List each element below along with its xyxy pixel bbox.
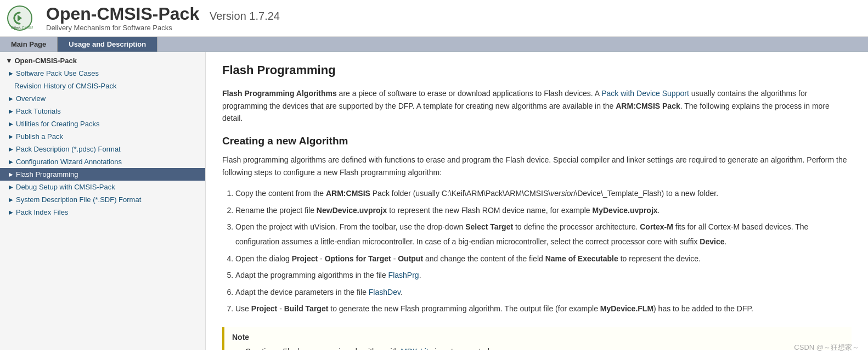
mdk-lite-link[interactable]: MDK-Lite (401, 347, 432, 350)
sidebar-item-pack-index-files[interactable]: ▶ Pack Index Files (0, 206, 205, 219)
arrow-icon: ▶ (9, 70, 13, 76)
sidebar-item-configuration-wizard[interactable]: ▶ Configuration Wizard Annotations (0, 155, 205, 168)
tab-main-page[interactable]: Main Page (0, 37, 58, 52)
sidebar-item-pack-description[interactable]: ▶ Pack Description (*.pdsc) Format (0, 143, 205, 155)
flashdev-link[interactable]: FlashDev (369, 288, 401, 297)
header-title-block: Open-CMSIS-Pack Version 1.7.24 Delivery … (46, 4, 280, 32)
arrow-icon: ▶ (9, 96, 13, 102)
watermark: CSDN @～狂想家～ (794, 343, 859, 350)
svg-text:Pack: Pack (14, 26, 21, 29)
app-title: Open-CMSIS-Pack Version 1.7.24 (46, 4, 280, 24)
arrow-icon: ▶ (9, 184, 13, 190)
logo-area: Open-CMSIS Pack (7, 5, 37, 31)
arrow-icon: ▶ (9, 133, 13, 139)
arrow-icon: ▶ (9, 209, 13, 215)
note-block: Note Creating a Flash programming algori… (222, 327, 852, 350)
arrow-icon: ▶ (9, 197, 13, 203)
sidebar-item-utilities[interactable]: ▶ Utilities for Creating Packs (0, 118, 205, 130)
subtitle: Delivery Mechanism for Software Packs (46, 24, 280, 32)
nav-tabs: Main Page Usage and Description (0, 37, 868, 52)
sidebar-item-revision-history[interactable]: Revision History of CMSIS-Pack (0, 80, 205, 92)
steps-list: Copy the content from the ARM:CMSIS Pack… (235, 186, 852, 316)
sidebar-root[interactable]: ▼ Open-CMSIS-Pack (0, 52, 205, 67)
note-list: Creating a Flash programming algorithm w… (245, 345, 844, 350)
section2-title: Creating a new Algorithm (222, 135, 852, 147)
list-item: Use Project - Build Target to generate t… (235, 301, 852, 316)
version-label: Version 1.7.24 (210, 10, 280, 22)
list-item: Rename the project file NewDevice.uvproj… (235, 203, 852, 218)
section2-intro: Flash programming algorithms are defined… (222, 154, 852, 178)
arrow-icon: ▶ (9, 108, 13, 114)
sidebar-item-overview[interactable]: ▶ Overview (0, 92, 205, 105)
sidebar-item-software-pack-use-cases[interactable]: ▶ Software Pack Use Cases (0, 67, 205, 80)
list-item: Adapt the device parameters in the file … (235, 285, 852, 300)
sidebar-item-system-description[interactable]: ▶ System Description File (*.SDF) Format (0, 193, 205, 206)
header: Open-CMSIS Pack Open-CMSIS-Pack Version … (0, 0, 868, 37)
page-title: Flash Programming (222, 63, 852, 80)
arrow-icon: ▶ (9, 159, 13, 165)
intro-paragraph: Flash Programming Algorithms are a piece… (222, 87, 852, 124)
sidebar-item-pack-tutorials[interactable]: ▶ Pack Tutorials (0, 105, 205, 118)
main-content: Flash Programming Flash Programming Algo… (206, 52, 868, 350)
list-item: Open the dialog Project - Options for Ta… (235, 251, 852, 266)
open-cmsis-logo: Open-CMSIS Pack (7, 5, 33, 31)
layout: ▼ Open-CMSIS-Pack ▶ Software Pack Use Ca… (0, 52, 868, 350)
sidebar: ▼ Open-CMSIS-Pack ▶ Software Pack Use Ca… (0, 52, 206, 350)
list-item: Adapt the programming algorithms in the … (235, 268, 852, 283)
list-item: Creating a Flash programming algorithm w… (245, 345, 844, 350)
arrow-icon: ▶ (9, 121, 13, 127)
list-item: Open the project with uVision. From the … (235, 220, 852, 249)
sidebar-item-publish-pack[interactable]: ▶ Publish a Pack (0, 130, 205, 143)
pack-device-support-link[interactable]: Pack with Device Support (601, 89, 689, 98)
flashprg-link[interactable]: FlashPrg (388, 271, 419, 279)
list-item: Copy the content from the ARM:CMSIS Pack… (235, 186, 852, 201)
note-title: Note (232, 333, 844, 342)
tab-usage-description[interactable]: Usage and Description (58, 37, 157, 52)
sidebar-item-flash-programming[interactable]: ▶ Flash Programming (0, 168, 205, 181)
sidebar-item-debug-setup[interactable]: ▶ Debug Setup with CMSIS-Pack (0, 181, 205, 193)
arrow-icon: ▶ (9, 171, 13, 177)
arrow-icon: ▶ (9, 146, 13, 152)
